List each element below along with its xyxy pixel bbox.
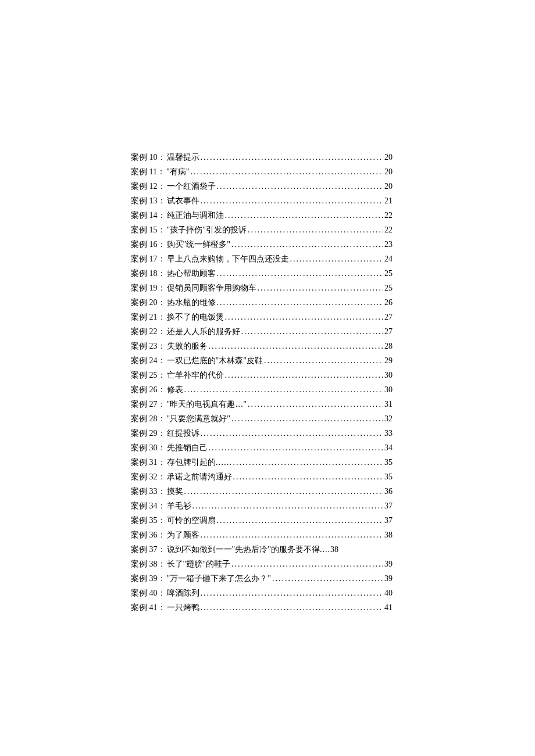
- toc-label: 案例 17：: [131, 252, 166, 266]
- toc-leader: [184, 382, 384, 397]
- toc-label: 案例 21：: [131, 310, 166, 324]
- toc-entry: 案例 24： 一双已烂底的"木林森"皮鞋29: [131, 353, 393, 368]
- toc-entry: 案例 16：购买"统一鲜橙多"23: [131, 237, 393, 252]
- toc-label: 案例 16：: [131, 237, 166, 252]
- toc-label: 案例 33：: [131, 484, 166, 499]
- toc-entry: 案例 22：还是人人乐的服务好27: [131, 324, 393, 339]
- toc-title: 热水瓶的维修: [167, 295, 216, 310]
- toc-leader: [231, 237, 383, 252]
- toc-label: 案例 34：: [131, 499, 166, 513]
- toc-leader: [217, 295, 384, 310]
- toc-label: 案例 10：: [131, 150, 166, 164]
- toc-page: 26: [384, 295, 393, 310]
- toc-leader: [290, 252, 384, 266]
- toc-label: 案例 29：: [131, 426, 166, 440]
- toc-entry: 案例 32：承诺之前请沟通好35: [131, 470, 393, 484]
- toc-label: 案例 41：: [131, 600, 166, 615]
- toc-label: 案例 35：: [131, 513, 166, 528]
- toc-leader: [241, 324, 384, 339]
- toc-title: 一双已烂底的"木林森"皮鞋: [167, 353, 263, 368]
- toc-page: 27: [384, 324, 393, 339]
- toc-entry: 案例 29：红提投诉33: [131, 426, 393, 440]
- toc-title: 说到不如做到一一"先热后冷"的服务要不得: [167, 542, 320, 557]
- toc-entry: 案例 15： "孩子摔伤"引发的投诉22: [131, 223, 393, 237]
- toc-label: 案例 37：: [131, 542, 166, 557]
- toc-leader: [272, 571, 383, 586]
- toc-title: 早上八点来购物，下午四点还没走: [167, 252, 289, 266]
- toc-label: 案例 12：: [131, 179, 166, 194]
- toc-leader: [217, 179, 384, 194]
- toc-title: 为了顾客: [167, 528, 199, 542]
- toc-page: 23: [384, 237, 393, 252]
- toc-title: 亡羊补牢的代价: [167, 368, 224, 382]
- toc-label: 案例 26：: [131, 382, 166, 397]
- toc-label: 案例 38：: [131, 557, 166, 571]
- toc-entry: 案例 14：纯正油与调和油22: [131, 208, 393, 223]
- toc-label: 案例 20：: [131, 295, 166, 310]
- toc-entry: 案例 31：存包牌引起的……35: [131, 455, 393, 470]
- toc-entry: 案例 18：热心帮助顾客25: [131, 266, 393, 281]
- toc-leader: [201, 600, 384, 615]
- toc-leader: [225, 368, 384, 382]
- toc-label: 案例 15：: [131, 223, 166, 237]
- toc-entry: 案例 30：先推销自己34: [131, 440, 393, 455]
- toc-leader: [231, 411, 383, 426]
- toc-page: 36: [384, 484, 393, 499]
- toc-label: 案例 19：: [131, 281, 166, 295]
- toc-title: 修表: [167, 382, 183, 397]
- toc-leader: [209, 339, 384, 353]
- toc-page: 39: [384, 571, 393, 586]
- toc-entry: 案例 34：羊毛衫37: [131, 499, 393, 513]
- toc-leader: [225, 208, 384, 223]
- toc-entry: 案例 35：可怜的空调扇37: [131, 513, 393, 528]
- toc-leader: [248, 223, 383, 237]
- toc-page: 41: [384, 600, 393, 615]
- toc-entry: 案例 37：说到不如做到一一"先热后冷"的服务要不得....38: [131, 542, 393, 557]
- toc-page: 31: [384, 397, 393, 411]
- toc-label: 案例 39：: [131, 571, 166, 586]
- toc-title: "有病": [166, 164, 189, 179]
- toc-leader: [248, 397, 383, 411]
- toc-title: 长了"翅膀"的鞋子: [167, 557, 230, 571]
- toc-title: 羊毛衫: [167, 499, 191, 513]
- toc-label: 案例 40：: [131, 586, 166, 600]
- toc-leader: [201, 528, 384, 542]
- toc-entry: 案例 11："有病"20: [131, 164, 393, 179]
- toc-title: "万一箱子砸下来了怎么办？": [167, 571, 271, 586]
- toc-page: 20: [384, 150, 393, 164]
- toc-label: 案例 32：: [131, 470, 166, 484]
- toc-label: 案例 14：: [131, 208, 166, 223]
- toc-title: "昨天的电视真有趣…": [167, 397, 247, 411]
- toc-page: 38: [330, 542, 338, 557]
- toc-page: 29: [384, 353, 393, 368]
- toc-container: 案例 10：温馨提示20案例 11："有病"20案例 12： 一个红酒袋子20案…: [131, 150, 393, 615]
- toc-leader: [190, 164, 383, 179]
- toc-title: 购买"统一鲜橙多": [167, 237, 230, 252]
- toc-page: 20: [384, 179, 393, 194]
- toc-title: 试衣事件: [167, 194, 199, 208]
- toc-page: 39: [384, 557, 393, 571]
- toc-leader: [201, 150, 384, 164]
- toc-entry: 案例 28： "只要您满意就好"32: [131, 411, 393, 426]
- toc-title: 啤酒陈列: [167, 586, 199, 600]
- toc-leader: [184, 484, 384, 499]
- toc-page: 40: [384, 586, 393, 600]
- toc-page: 34: [384, 440, 393, 455]
- toc-label: 案例 28：: [131, 411, 166, 426]
- toc-entry: 案例 19：促销员同顾客争用购物车25: [131, 281, 393, 295]
- toc-title: "只要您满意就好": [167, 411, 230, 426]
- toc-label: 案例 25：: [131, 368, 166, 382]
- toc-page: 30: [384, 368, 393, 382]
- toc-leader: [217, 266, 384, 281]
- toc-leader: [258, 281, 384, 295]
- toc-page: 27: [384, 310, 393, 324]
- toc-leader: [217, 513, 384, 528]
- toc-title: 一个红酒袋子: [167, 179, 216, 194]
- toc-entry: 案例 33：摸奖36: [131, 484, 393, 499]
- toc-label: 案例 36：: [131, 528, 166, 542]
- toc-title: 换不了的电饭煲: [167, 310, 224, 324]
- toc-title: 还是人人乐的服务好: [167, 324, 240, 339]
- toc-entry: 案例 27： "昨天的电视真有趣…"31: [131, 397, 393, 411]
- toc-leader: [233, 455, 384, 470]
- toc-page: 35: [384, 455, 393, 470]
